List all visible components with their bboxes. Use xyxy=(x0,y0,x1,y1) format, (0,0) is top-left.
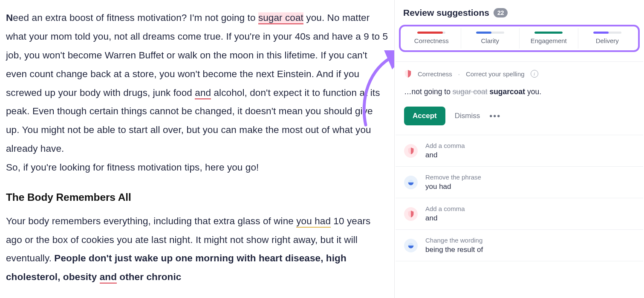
context-prefix: …not going to xyxy=(404,87,453,96)
suggestion-card-primary[interactable]: Correctness · Correct your spelling i …n… xyxy=(396,61,643,135)
text-run: eed an extra boost of fitness motivation… xyxy=(13,12,258,23)
suggestion-mini-list: Add a commaandRemove the phraseyou hadAd… xyxy=(396,135,643,261)
tab-label: Correctness xyxy=(414,37,449,44)
mini-word: being the result of xyxy=(425,246,483,254)
suggestion-mini-card[interactable]: Add a commaand xyxy=(396,135,643,167)
dropcap: N xyxy=(6,12,13,23)
suggestion-category: Correctness xyxy=(418,70,452,78)
clarity-dot-icon xyxy=(404,176,418,189)
editor-paragraph-1[interactable]: Need an extra boost of fitness motivatio… xyxy=(6,9,388,158)
suggestion-rule: Correct your spelling xyxy=(466,70,525,78)
meter-fill xyxy=(534,32,563,34)
tab-delivery[interactable]: Delivery xyxy=(578,28,637,49)
editor-pane[interactable]: Need an extra boost of fitness motivatio… xyxy=(0,0,394,298)
mini-title: Add a comma xyxy=(425,205,465,212)
review-pane: Review suggestions 22 CorrectnessClarity… xyxy=(394,0,644,298)
replacement-text: sugarcoat xyxy=(489,87,525,96)
separator-dot: · xyxy=(458,70,460,78)
editor-paragraph-3[interactable]: Your body remembers everything, includin… xyxy=(6,212,388,287)
suggestion-actions: Accept Dismiss ••• xyxy=(404,107,635,125)
context-suffix: you. xyxy=(525,87,541,96)
highlight-phrase-warning[interactable]: you had xyxy=(296,216,331,228)
highlight-comma-error[interactable]: and xyxy=(195,87,211,99)
shield-icon xyxy=(404,69,412,78)
review-header: Review suggestions 22 xyxy=(395,0,644,24)
meter-track xyxy=(476,32,504,34)
more-options-button[interactable]: ••• xyxy=(489,111,501,121)
review-title: Review suggestions xyxy=(403,8,489,18)
mini-word: and xyxy=(425,214,465,223)
editor-paragraph-2[interactable]: So, if you're looking for fitness motiva… xyxy=(6,158,388,177)
highlight-comma-error[interactable]: and xyxy=(100,272,117,284)
shield-icon xyxy=(404,144,418,158)
mini-title: Change the wording xyxy=(425,237,483,244)
tab-label: Engagement xyxy=(531,37,567,44)
suggestion-meta: Correctness · Correct your spelling i xyxy=(404,69,635,78)
shield-icon xyxy=(404,207,418,221)
tab-engagement[interactable]: Engagement xyxy=(520,28,578,49)
suggestion-mini-card[interactable]: Add a commaand xyxy=(396,198,643,230)
tab-label: Delivery xyxy=(596,37,619,44)
highlight-spelling-error[interactable]: sugar coat xyxy=(258,12,303,24)
meter-fill xyxy=(593,32,609,34)
mini-title: Remove the phrase xyxy=(425,174,481,181)
suggestion-mini-card[interactable]: Remove the phraseyou had xyxy=(396,167,643,198)
strike-text: sugar coat xyxy=(453,87,488,96)
clarity-dot-icon xyxy=(404,239,418,252)
accept-button[interactable]: Accept xyxy=(404,107,445,125)
mini-text: Add a commaand xyxy=(425,142,465,159)
category-tabs: CorrectnessClarityEngagementDelivery xyxy=(399,25,640,52)
tab-label: Clarity xyxy=(481,37,499,44)
meter-track xyxy=(593,32,621,34)
mini-text: Remove the phraseyou had xyxy=(425,174,481,191)
info-icon[interactable]: i xyxy=(531,70,538,78)
text-bold-run: other chronic xyxy=(117,272,181,282)
app-root: Need an extra boost of fitness motivatio… xyxy=(0,0,644,298)
text-run: you. No matter what your mom told you, n… xyxy=(6,12,388,98)
tab-correctness[interactable]: Correctness xyxy=(402,28,461,49)
suggestions-count-badge: 22 xyxy=(494,8,508,17)
text-run: Your body remembers everything, includin… xyxy=(6,216,296,226)
meter-track xyxy=(534,32,563,34)
tab-clarity[interactable]: Clarity xyxy=(461,28,520,49)
mini-text: Add a commaand xyxy=(425,205,465,223)
meter-fill xyxy=(417,32,442,34)
editor-heading[interactable]: The Body Remembers All xyxy=(6,187,388,208)
meter-track xyxy=(417,32,445,34)
suggestions-scroll[interactable]: Correctness · Correct your spelling i …n… xyxy=(395,55,644,298)
dismiss-button[interactable]: Dismiss xyxy=(455,112,480,120)
editor-text[interactable]: Need an extra boost of fitness motivatio… xyxy=(6,9,388,286)
mini-text: Change the wordingbeing the result of xyxy=(425,237,483,254)
mini-word: you had xyxy=(425,182,481,191)
mini-title: Add a comma xyxy=(425,142,465,149)
mini-word: and xyxy=(425,151,465,159)
meter-fill xyxy=(476,32,491,34)
suggestion-preview: …not going to sugar coat sugarcoat you. xyxy=(404,87,635,96)
suggestion-mini-card[interactable]: Change the wordingbeing the result of xyxy=(396,230,643,261)
